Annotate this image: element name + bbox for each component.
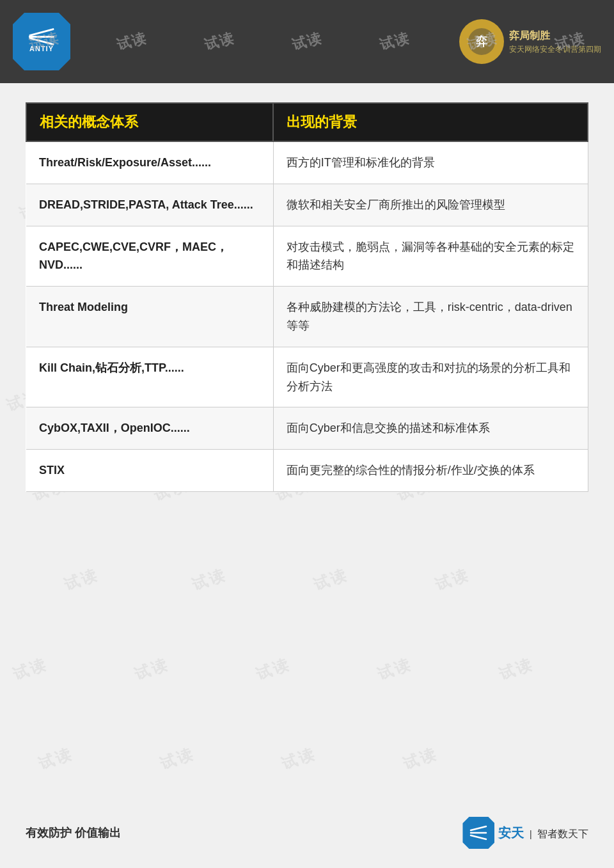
header-right-emblem: 弈 bbox=[459, 19, 504, 64]
footer-brand-logo: 安天 | 智者数天下 bbox=[498, 825, 588, 842]
logo-lines bbox=[29, 31, 54, 42]
table-cell-concept: Threat Modeling bbox=[26, 287, 273, 347]
table-cell-concept: CAPEC,CWE,CVE,CVRF，MAEC，NVD...... bbox=[26, 226, 273, 287]
table-row: Threat Modeling各种威胁建模的方法论，工具，risk-centri… bbox=[26, 287, 588, 347]
watermark-30: 试读 bbox=[375, 654, 414, 685]
watermark-24: 试读 bbox=[189, 564, 229, 596]
footer-slogan: 有效防护 价值输出 bbox=[26, 825, 121, 840]
col1-header: 相关的概念体系 bbox=[26, 103, 273, 141]
table-cell-concept: Threat/Risk/Exposure/Asset...... bbox=[26, 141, 273, 184]
right-logo-subtitle: 安天网络安全冬训营第四期 bbox=[509, 43, 601, 56]
header-wm-3: 试读 bbox=[202, 28, 237, 54]
col2-header: 出现的背景 bbox=[273, 103, 588, 141]
watermark-25: 试读 bbox=[311, 564, 350, 596]
emblem-svg: 弈 bbox=[466, 26, 498, 58]
logo-text: ANTIY bbox=[29, 45, 54, 52]
table-row: STIX面向更完整的综合性的情报分析/作业/交换的体系 bbox=[26, 450, 588, 492]
header-wm-4: 试读 bbox=[290, 28, 324, 54]
footer-logo-icon bbox=[462, 817, 494, 849]
svg-text:弈: 弈 bbox=[476, 35, 488, 48]
watermark-31: 试读 bbox=[496, 654, 536, 685]
table-row: CybOX,TAXII，OpenIOC......面向Cyber和信息交换的描述… bbox=[26, 407, 588, 450]
table-row: Kill Chain,钻石分析,TTP......面向Cyber和更高强度的攻击… bbox=[26, 347, 588, 407]
table-cell-concept: STIX bbox=[26, 450, 273, 492]
table-cell-background: 面向Cyber和信息交换的描述和标准体系 bbox=[273, 407, 588, 450]
watermark-29: 试读 bbox=[253, 654, 293, 685]
table-header-row: 相关的概念体系 出现的背景 bbox=[26, 103, 588, 141]
header-right-logo: 弈 弈局制胜 安天网络安全冬训营第四期 bbox=[459, 19, 601, 64]
table-row: Threat/Risk/Exposure/Asset......西方的IT管理和… bbox=[26, 141, 588, 184]
header-logo: ANTIY bbox=[13, 13, 70, 70]
table-cell-background: 对攻击模式，脆弱点，漏洞等各种基础的安全元素的标定和描述结构 bbox=[273, 226, 588, 287]
header-wm-2: 试读 bbox=[114, 28, 149, 54]
watermark-27: 试读 bbox=[10, 654, 50, 685]
table-cell-concept: DREAD,STRIDE,PASTA, Attack Tree...... bbox=[26, 184, 273, 226]
watermark-32: 试读 bbox=[36, 743, 75, 775]
table-cell-background: 面向Cyber和更高强度的攻击和对抗的场景的分析工具和分析方法 bbox=[273, 347, 588, 407]
table-row: CAPEC,CWE,CVE,CVRF，MAEC，NVD......对攻击模式，脆… bbox=[26, 226, 588, 287]
main-content: 相关的概念体系 出现的背景 Threat/Risk/Exposure/Asset… bbox=[26, 102, 588, 492]
logo-line-2 bbox=[29, 36, 54, 38]
table-row: DREAD,STRIDE,PASTA, Attack Tree......微软和… bbox=[26, 184, 588, 226]
watermark-33: 试读 bbox=[157, 743, 197, 775]
footer-logo-sub: 智者数天下 bbox=[537, 828, 588, 839]
table-cell-background: 面向更完整的综合性的情报分析/作业/交换的体系 bbox=[273, 450, 588, 492]
concept-table: 相关的概念体系 出现的背景 Threat/Risk/Exposure/Asset… bbox=[26, 102, 588, 492]
watermark-34: 试读 bbox=[279, 743, 319, 775]
table-cell-background: 西方的IT管理和标准化的背景 bbox=[273, 141, 588, 184]
table-cell-concept: Kill Chain,钻石分析,TTP...... bbox=[26, 347, 273, 407]
right-logo-title: 弈局制胜 bbox=[509, 28, 601, 44]
footer-logo-zh: 安天 bbox=[498, 826, 524, 840]
table-cell-background: 微软和相关安全厂商所推出的风险管理模型 bbox=[273, 184, 588, 226]
header-right-text: 弈局制胜 安天网络安全冬训营第四期 bbox=[509, 28, 601, 56]
footer-logo-tagline: | bbox=[530, 829, 532, 839]
watermark-35: 试读 bbox=[400, 743, 440, 775]
table-cell-background: 各种威胁建模的方法论，工具，risk-centric，data-driven等等 bbox=[273, 287, 588, 347]
table-cell-concept: CybOX,TAXII，OpenIOC...... bbox=[26, 407, 273, 450]
footer: 有效防护 价值输出 安天 | 智者数天下 bbox=[26, 817, 588, 849]
footer-logo: 安天 | 智者数天下 bbox=[462, 817, 588, 849]
watermark-26: 试读 bbox=[432, 564, 472, 596]
watermark-28: 试读 bbox=[132, 654, 171, 685]
header: ANTIY 试读 试读 试读 试读 试读 试读 试读 弈 弈局制胜 安天网络安全… bbox=[0, 0, 614, 83]
watermark-23: 试读 bbox=[61, 564, 101, 596]
logo-line-1 bbox=[29, 28, 54, 36]
footer-logo-svg bbox=[466, 820, 491, 846]
header-wm-5: 试读 bbox=[377, 28, 412, 54]
